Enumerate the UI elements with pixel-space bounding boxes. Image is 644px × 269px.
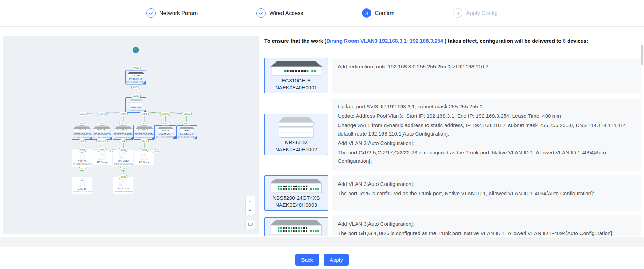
device-serial: NAEK0E40H0003 (267, 202, 325, 209)
topo-node-nbs6002[interactable]: NBS6002SN:NAEK0E40H0002 (125, 97, 146, 113)
topo-node-name: EX7150 (73, 187, 92, 190)
notice-highlight-text: Dining Room VLAN3 192.168.3.1~192.168.3.… (326, 38, 445, 44)
device-card-nbs5200-24gt4xs-p[interactable]: NBS5200-24GT4XS-P (264, 217, 328, 237)
topo-node-name: EG310GH-E (126, 78, 145, 81)
zoom-out-button[interactable]: − (245, 205, 255, 215)
device-model: NBS5200-24GT4XS (267, 195, 325, 202)
topo-node-name: EG205GC-P (156, 132, 175, 136)
topo-node-serial: SN:NAEK0E40H0008 (177, 136, 196, 138)
switch24-device-image-icon (267, 178, 325, 194)
port-label: Gi1/3 (97, 112, 107, 116)
fit-view-button[interactable] (245, 220, 255, 229)
topology-zoom-controls: + − (245, 196, 255, 229)
ap-count-badge: 2/2 (153, 150, 159, 153)
apply-button[interactable]: Apply (324, 254, 349, 266)
step-label: Confirm (375, 10, 394, 16)
step-number: 4 (453, 8, 462, 18)
switch24-icon (93, 126, 111, 133)
topo-node-eg310gh-e[interactable]: EG310GH-ESN:NAEK0E40H0001 (125, 70, 146, 85)
topo-node-name: AP Group (135, 161, 154, 164)
device-model: EG310GH-E (267, 77, 325, 84)
confirm-notice: To ensure that the work (Dining Room VLA… (264, 38, 641, 44)
port-label: WAN0 (131, 66, 141, 70)
topo-node-serial: SN:NAEK0E40H0003 (73, 136, 92, 139)
svg-text:AP: AP (143, 154, 145, 156)
notice-text: devices: (566, 38, 588, 44)
switch24-device-image-icon (267, 220, 325, 235)
topo-node-eg205gc-p[interactable]: EG205GC-PSN:NAEK0E40H0007 (155, 125, 176, 139)
device-config-text: Add VLAN 3[Auto Configuration]:The port … (332, 175, 641, 211)
topo-node-name: RAP2260 (114, 159, 133, 162)
step-wired-access: Wired Access (256, 8, 303, 18)
device-config-list: EG310GH-ENAEK0E40H0001Add redirection ro… (264, 58, 641, 236)
zoom-in-button[interactable]: + (245, 196, 255, 205)
topo-node-name: EX7150 (73, 160, 92, 163)
config-line: Add VLAN 3[Auto Configuration]: (338, 180, 635, 188)
topo-node-eg205gc-p[interactable]: EG205GC-PSN:NAEK0E40H0008 (176, 125, 197, 139)
topo-node-ap-group[interactable]: APAP Group2/2 (92, 151, 112, 165)
step-check-icon (256, 8, 266, 18)
device-card-nbs5200-24gt4xs[interactable]: NBS5200-24GT4XSNAEK0E40H0003 (264, 175, 328, 211)
step-check-icon (146, 8, 156, 18)
port-label: Port 1 (182, 122, 191, 126)
topo-node-serial: SN:NAEK0E40H0015 (73, 163, 92, 166)
topo-node-name: EG205GC-P (177, 132, 196, 136)
port-label: 5G (79, 167, 86, 171)
stack-device-image-icon (267, 116, 325, 138)
config-line: The port Gi1/2-5,Gi2/17,Gi2/22-23 is con… (338, 148, 635, 165)
device-card-nbs6002[interactable]: NBS6002NAEK0E40H0002 (264, 114, 328, 155)
port-label: WAN (98, 148, 107, 152)
switchSmall-icon (156, 127, 175, 132)
topology-panel: EG310GH-ESN:NAEK0E40H0001NBS6002SN:NAEK0… (3, 36, 259, 234)
topo-node-name: NBS5200-24GT4XS... (73, 133, 92, 136)
notice-highlight-text: 8 (563, 38, 566, 44)
config-line: Update port SVI3, IP 192.168.3.1, subnet… (338, 102, 635, 111)
port-label: WAN (119, 148, 128, 152)
topo-node-name: NBS6002 (126, 106, 145, 109)
config-line: The port Gi1,Gi4,Te25 is configured as t… (338, 229, 635, 236)
topo-node-nbs5200-24gt4x[interactable]: NBS5200-24GT4X...SN:NAEK0E40H0006 (134, 125, 155, 140)
notice-text: To ensure that the work ( (264, 38, 326, 44)
topo-node-serial: SN:NAEK0E40H0005 (114, 136, 133, 139)
device-config-text: Add redirection route 192.168.3.0 255.25… (332, 58, 641, 93)
device-card-eg310gh-e[interactable]: EG310GH-ENAEK0E40H0001 (264, 58, 328, 93)
notice-text: ) takes effect, configuration will be de… (445, 38, 563, 44)
port-label: Port 1 (161, 122, 170, 126)
vertical-scrollbar[interactable] (641, 45, 643, 65)
topo-node-rap2260[interactable]: APRAP2260SN:NAEK0E40H0009 (113, 150, 133, 166)
config-line: Update Address Pool Vlan3:, Start IP: 19… (338, 112, 635, 120)
confirm-panel: To ensure that the work (Dining Room VLA… (264, 34, 641, 236)
ap-icon: AP (93, 153, 111, 161)
topo-node-nbs5200-24gt4x[interactable]: NBS5200-24GT4X...SN:NAEK0E40H0004 (92, 125, 112, 140)
topo-node-nbs5200-24gt4xs[interactable]: NBS5200-24GT4XS...SN:NAEK0E40H0003 (72, 125, 93, 140)
config-line: Add VLAN 3[Auto Configuration]: (338, 139, 635, 147)
topo-node-serial: SN:NAEK0E40H0007 (156, 136, 175, 138)
topo-node-serial: SN:NAEK0E40H0010 (114, 190, 133, 193)
topo-node-nbs5200-24gt4x[interactable]: NBS5200-24GT4X...SN:NAEK0E40H0005 (113, 125, 134, 140)
topo-node-name: RAP2260 (114, 187, 133, 190)
topo-node-rap2260[interactable]: APRAP2260SN:NAEK0E40H0010 (113, 177, 133, 194)
step-label: Wired Access (269, 10, 303, 16)
topo-node-serial: SN:NAEK0E40H0002 (126, 109, 145, 112)
step-label: Network Param (159, 10, 198, 16)
topo-node-ex7150[interactable]: EX7150SN:NAEK0E40H0016 (72, 177, 92, 194)
router-icon (126, 72, 145, 78)
step-apply-config: 4Apply Config (453, 8, 498, 18)
fit-view-icon (248, 223, 253, 226)
port-label: Gi1/5 (140, 112, 149, 116)
switch24-icon (135, 126, 154, 133)
svg-text:AP: AP (101, 154, 103, 156)
back-button[interactable]: Back (295, 254, 319, 266)
port-label: Gi25 (119, 122, 127, 126)
globe-icon (132, 46, 139, 53)
step-label: Apply Config (466, 10, 498, 16)
config-line: Change SVI 1 from dynamic address to sta… (338, 121, 635, 138)
config-line: The port Te25 is configured as the Trunk… (338, 189, 635, 198)
topo-node-serial: SN:NAEK0E40H0009 (114, 162, 133, 165)
topo-node-ap-group[interactable]: APAP Group2/2 (134, 151, 154, 165)
ap-icon: AP (114, 151, 133, 159)
stack-icon (126, 99, 145, 106)
port-label: Te25 (78, 122, 86, 126)
svg-text:AP: AP (122, 153, 124, 155)
config-line: Add redirection route 192.168.3.0 255.25… (338, 63, 635, 71)
